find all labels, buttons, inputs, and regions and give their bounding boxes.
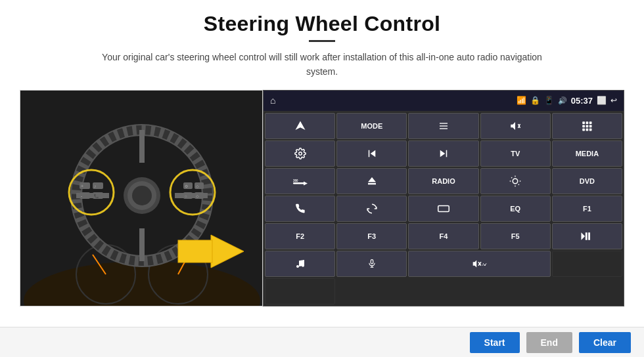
svg-rect-45 (583, 125, 586, 127)
btn-volume-mute[interactable]: /↙ (408, 251, 550, 277)
end-button[interactable]: End (526, 332, 572, 353)
svg-rect-42 (583, 121, 586, 124)
svg-rect-74 (371, 259, 373, 263)
btn-phone-call[interactable] (265, 196, 335, 222)
svg-rect-37 (440, 125, 448, 126)
btn-f5[interactable]: F5 (480, 223, 551, 249)
svg-text:♪: ♪ (94, 184, 97, 188)
bt-icon: 🔊 (558, 96, 567, 105)
title-divider (309, 40, 335, 42)
btn-swipe-gesture[interactable] (336, 196, 407, 222)
svg-point-73 (302, 264, 304, 266)
btn-list[interactable] (408, 113, 478, 139)
svg-rect-70 (586, 232, 587, 240)
radio-panel: ⌂ 📶 🔒 📱 🔊 05:37 ⬜ ↩ MODE (263, 90, 624, 306)
home-icon: ⌂ (270, 95, 275, 106)
btn-360cam[interactable]: 360 (265, 168, 335, 194)
svg-text:○: ○ (185, 194, 187, 198)
content-row: + ♪ - 📞 ⚙ ◇ ○ ◇ (20, 90, 624, 306)
page-subtitle: Your original car's steering wheel contr… (92, 50, 552, 79)
back-icon: ↩ (610, 96, 617, 105)
svg-text:◇: ◇ (196, 194, 199, 198)
svg-text:◇: ◇ (196, 184, 199, 188)
btn-media[interactable]: MEDIA (552, 140, 622, 167)
svg-point-61 (513, 178, 518, 184)
svg-text:+: + (81, 184, 83, 188)
btn-navigate[interactable] (265, 113, 335, 139)
status-right: 📶 🔒 📱 🔊 05:37 ⬜ ↩ (517, 96, 617, 106)
btn-window[interactable] (408, 196, 478, 222)
steering-wheel-area: + ♪ - 📞 ⚙ ◇ ○ ◇ (20, 90, 263, 306)
start-button[interactable]: Start (470, 332, 520, 353)
btn-tv[interactable]: TV (480, 140, 551, 167)
svg-rect-71 (589, 232, 591, 240)
svg-marker-58 (304, 181, 308, 185)
svg-rect-49 (586, 129, 589, 131)
svg-marker-52 (371, 150, 376, 158)
btn-brightness[interactable] (480, 168, 551, 194)
svg-rect-57 (293, 182, 305, 184)
btn-mute[interactable] (480, 113, 551, 139)
lock-icon: 🔒 (530, 96, 540, 105)
page-container: Steering Wheel Control Your original car… (0, 0, 644, 357)
svg-marker-59 (368, 177, 376, 182)
btn-radio[interactable]: RADIO (408, 168, 478, 194)
time-display: 05:37 (571, 96, 593, 106)
svg-rect-53 (369, 150, 370, 158)
svg-rect-43 (586, 121, 589, 124)
clear-button[interactable]: Clear (579, 332, 631, 353)
svg-marker-39 (511, 122, 515, 130)
svg-rect-48 (583, 129, 586, 131)
btn-mode[interactable]: MODE (336, 113, 407, 139)
screen-icon: ⬜ (597, 96, 607, 105)
svg-text:/↙: /↙ (482, 262, 487, 266)
btn-prev-track[interactable] (336, 140, 407, 167)
svg-point-51 (298, 152, 302, 156)
svg-marker-69 (582, 232, 586, 240)
svg-marker-54 (440, 150, 446, 158)
btn-f4[interactable]: F4 (408, 223, 478, 249)
svg-rect-50 (589, 129, 592, 131)
svg-rect-47 (589, 125, 592, 127)
svg-point-14 (132, 186, 152, 205)
svg-marker-77 (472, 260, 476, 267)
svg-line-65 (518, 184, 519, 185)
btn-eq[interactable]: EQ (480, 196, 551, 222)
btn-empty-2 (265, 278, 335, 304)
btn-microphone[interactable] (336, 251, 407, 277)
svg-rect-46 (586, 125, 589, 127)
sim-icon: 📱 (544, 96, 554, 105)
btn-dvd[interactable]: DVD (552, 168, 622, 194)
svg-rect-68 (438, 205, 449, 211)
bottom-action-bar: Start End Clear (0, 327, 644, 357)
svg-text:⚙: ⚙ (185, 184, 188, 188)
svg-rect-60 (368, 183, 376, 184)
radio-button-grid: MODE (264, 112, 624, 306)
btn-empty-1 (552, 251, 622, 277)
svg-text:📞: 📞 (94, 194, 99, 199)
btn-apps[interactable] (552, 113, 622, 139)
status-left: ⌂ (270, 95, 275, 106)
btn-f3[interactable]: F3 (336, 223, 407, 249)
btn-f1[interactable]: F1 (552, 196, 622, 222)
svg-line-64 (511, 177, 512, 178)
svg-point-72 (296, 265, 299, 268)
svg-text:360: 360 (293, 179, 298, 182)
btn-play-pause[interactable] (552, 223, 622, 249)
svg-rect-36 (440, 123, 448, 123)
svg-marker-35 (295, 121, 305, 130)
svg-rect-34 (178, 240, 212, 262)
btn-f2[interactable]: F2 (265, 223, 335, 249)
btn-eject[interactable] (336, 168, 407, 194)
btn-settings[interactable] (265, 140, 335, 167)
radio-status-bar: ⌂ 📶 🔒 📱 🔊 05:37 ⬜ ↩ (264, 91, 624, 112)
svg-rect-55 (446, 150, 448, 158)
page-title: Steering Wheel Control (204, 12, 440, 36)
wifi-icon: 📶 (517, 96, 526, 105)
svg-rect-38 (440, 128, 448, 129)
svg-rect-44 (589, 121, 592, 124)
btn-music-note[interactable] (265, 251, 335, 277)
btn-next-track[interactable] (408, 140, 478, 167)
